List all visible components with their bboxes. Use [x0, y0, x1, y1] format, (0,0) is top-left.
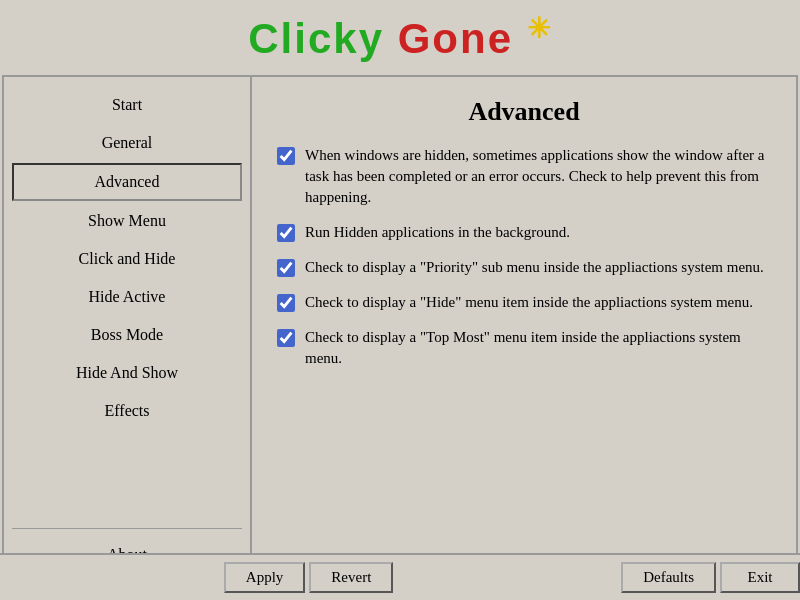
option-row-1: When windows are hidden, sometimes appli… [277, 145, 771, 208]
option-row-2: Run Hidden applications in the backgroun… [277, 222, 771, 243]
option-row-3: Check to display a "Priority" sub menu i… [277, 257, 771, 278]
content-title: Advanced [277, 97, 771, 127]
option-row-4: Check to display a "Hide" menu item insi… [277, 292, 771, 313]
sidebar-item-click-and-hide[interactable]: Click and Hide [12, 241, 242, 277]
footer: Apply Revert Defaults Exit [0, 553, 800, 600]
sidebar-item-boss-mode[interactable]: Boss Mode [12, 317, 242, 353]
option-text-1: When windows are hidden, sometimes appli… [305, 145, 771, 208]
logo-sun-icon: ✳ [527, 13, 552, 44]
sidebar: Start General Advanced Show Menu Click a… [4, 77, 252, 583]
logo-gone: Gone [398, 15, 513, 62]
sidebar-items: Start General Advanced Show Menu Click a… [12, 87, 242, 528]
sidebar-item-hide-and-show[interactable]: Hide And Show [12, 355, 242, 391]
option-checkbox-3[interactable] [277, 259, 295, 277]
option-text-2: Run Hidden applications in the backgroun… [305, 222, 570, 243]
option-checkbox-1[interactable] [277, 147, 295, 165]
option-checkbox-2[interactable] [277, 224, 295, 242]
sidebar-divider [12, 431, 242, 528]
option-row-5: Check to display a "Top Most" menu item … [277, 327, 771, 369]
main-layout: Start General Advanced Show Menu Click a… [2, 75, 798, 585]
sidebar-item-general[interactable]: General [12, 125, 242, 161]
exit-button[interactable]: Exit [720, 562, 800, 593]
logo-clicky: Clicky [248, 15, 384, 62]
apply-button[interactable]: Apply [224, 562, 306, 593]
option-checkbox-4[interactable] [277, 294, 295, 312]
revert-button[interactable]: Revert [309, 562, 393, 593]
sidebar-item-advanced[interactable]: Advanced [12, 163, 242, 201]
app-container: Clicky Gone ✳ Start General Advanced Sho… [0, 0, 800, 600]
option-text-3: Check to display a "Priority" sub menu i… [305, 257, 764, 278]
option-checkbox-5[interactable] [277, 329, 295, 347]
sidebar-item-effects[interactable]: Effects [12, 393, 242, 429]
sidebar-item-show-menu[interactable]: Show Menu [12, 203, 242, 239]
sidebar-item-hide-active[interactable]: Hide Active [12, 279, 242, 315]
content-area: Advanced When windows are hidden, someti… [252, 77, 796, 583]
header: Clicky Gone ✳ [0, 0, 800, 75]
logo: Clicky Gone ✳ [248, 12, 551, 63]
option-text-4: Check to display a "Hide" menu item insi… [305, 292, 753, 313]
defaults-button[interactable]: Defaults [621, 562, 716, 593]
option-text-5: Check to display a "Top Most" menu item … [305, 327, 771, 369]
sidebar-item-start[interactable]: Start [12, 87, 242, 123]
